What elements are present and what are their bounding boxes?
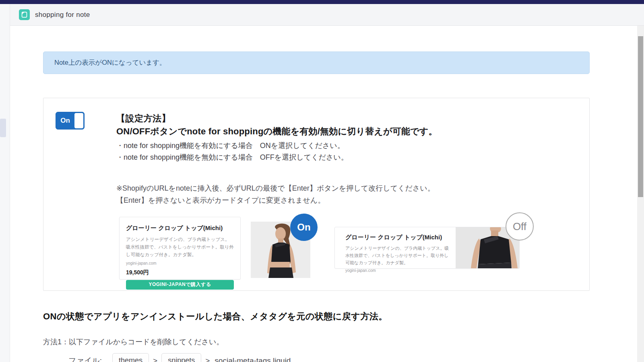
left-sidebar-sliver	[0, 4, 10, 362]
note-enter-url: ※ShopifyのURLをnoteに挿入後、必ずURLの最後で【Enter】ボタ…	[116, 183, 435, 193]
path-chip-snippets: snippets	[161, 353, 201, 362]
toggle-knob	[74, 113, 83, 128]
setting-subheading: ON/OFFボタンでnote for shoppingの機能を有効/無効に切り替…	[116, 125, 438, 138]
path-chip-themes: themes	[112, 353, 149, 362]
badge-off: Off	[506, 212, 534, 241]
preview-card-on: グローリー クロップ トップ(Michi) アシンメトリーデザインの、ブラ内蔵ト…	[119, 217, 241, 280]
method1-text: 方法1：以下ファイルからコードを削除してください。	[43, 337, 223, 347]
app-window: shopping for note Note上の表示がONになっています。 On…	[0, 0, 644, 362]
status-banner: Note上の表示がONになっています。	[43, 51, 590, 74]
app-title: shopping for note	[35, 11, 90, 19]
note-app-icon	[19, 9, 30, 20]
product-description: アシンメトリーデザインの、ブラ内蔵トップス。吸水性抜群で、バストをしっかりサポー…	[345, 245, 450, 266]
bullet-disable: ・note for shopping機能を無効にする場合 OFFを選択してくださ…	[116, 152, 348, 162]
file-name: social-meta-tags.liquid	[215, 356, 291, 362]
note-enter-warning: 【Enter】を押さないと表示がカードタイプに変更されません。	[116, 195, 325, 205]
product-title: グローリー クロップ トップ(Michi)	[126, 224, 234, 232]
product-price: 19,500円	[126, 269, 234, 276]
file-path-row: ファイル: themes > snippets > social-meta-ta…	[68, 353, 291, 362]
uninstall-section-heading: ONの状態でアプリをアンインストールした場合、メタタグを元の状態に戻す方法。	[43, 311, 388, 323]
file-label: ファイル:	[68, 356, 102, 362]
sidebar-collapsed-tab[interactable]	[0, 119, 6, 137]
product-domain: yogini-japan.com	[345, 268, 450, 273]
path-separator: >	[205, 356, 210, 362]
preview-card-off: グローリー クロップ トップ(Michi) アシンメトリーデザインの、ブラ内蔵ト…	[334, 227, 520, 269]
bullet-enable: ・note for shopping機能を有効にする場合 ONを選択してください…	[116, 141, 345, 150]
toggle-state-label: On	[56, 112, 74, 129]
settings-card: On 【設定方法】 ON/OFFボタンでnote for shoppingの機能…	[43, 98, 590, 291]
preview-off-text: グローリー クロップ トップ(Michi) アシンメトリーデザインの、ブラ内蔵ト…	[335, 227, 456, 268]
top-navy-bar	[0, 0, 644, 4]
scrollbar-thumb[interactable]	[638, 36, 643, 197]
app-header: shopping for note	[10, 4, 644, 26]
status-banner-text: Note上の表示がONになっています。	[54, 58, 166, 67]
product-title: グローリー クロップ トップ(Michi)	[345, 234, 450, 241]
product-domain: yogini-japan.com	[126, 261, 234, 265]
setting-method-heading: 【設定方法】	[116, 113, 171, 125]
product-description: アシンメトリーデザインの、ブラ内蔵トップス。吸水性抜群で、バストをしっかりサポー…	[126, 236, 234, 259]
on-off-toggle[interactable]: On	[56, 112, 85, 130]
badge-on: On	[290, 214, 318, 241]
buy-button: YOGINI-JAPANで購入する	[126, 280, 234, 290]
path-separator: >	[153, 356, 157, 362]
